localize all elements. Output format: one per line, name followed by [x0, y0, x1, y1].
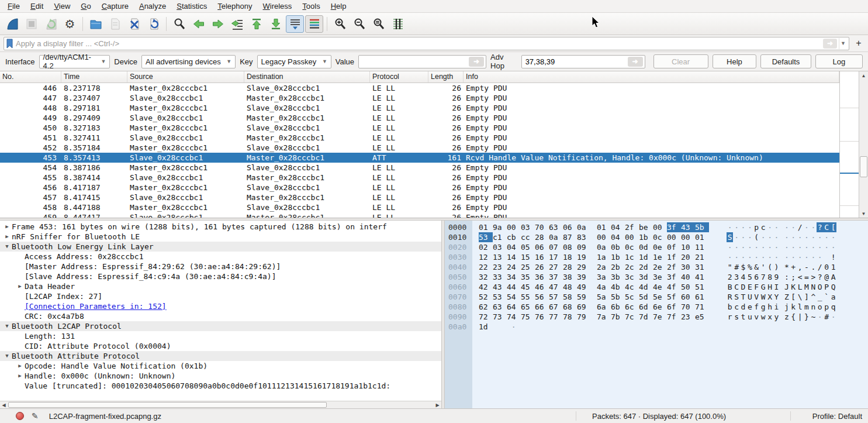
interface-select[interactable]: /dev/ttyACM1-4.2▼ — [39, 55, 110, 68]
display-filter-box[interactable]: ➜ ▼ — [4, 37, 849, 50]
packet-row[interactable]: 4538.357413Slave_0x28cccbc1Master_0x28cc… — [0, 153, 839, 163]
collapse-arrow-icon[interactable]: ▼ — [2, 321, 12, 331]
packet-list-scrollbar[interactable]: ▲ ▼ — [859, 71, 868, 218]
go-first-packet-button[interactable] — [247, 15, 265, 33]
column-header-info[interactable]: Info — [464, 71, 839, 82]
resize-columns-button[interactable] — [389, 15, 407, 33]
scroll-up-icon[interactable]: ▲ — [859, 71, 868, 80]
scroll-left-icon[interactable]: ◀ — [0, 401, 8, 408]
detail-line[interactable]: CRC: 0xc4a7b8 — [0, 311, 441, 321]
packet-row[interactable]: 4578.417415Slave_0x28cccbc1Master_0x28cc… — [0, 192, 839, 202]
profile-indicator[interactable]: Profile: Default — [812, 412, 862, 421]
hex-row[interactable]: 009072737475767778797a7b7c7d7e7f23e5rstu… — [445, 312, 868, 322]
menu-item-view[interactable]: View — [49, 1, 75, 12]
log-button[interactable]: Log — [815, 54, 863, 68]
apply-filter-button[interactable]: ➜ — [823, 39, 837, 49]
expand-arrow-icon[interactable]: ▶ — [15, 361, 25, 371]
packet-row[interactable]: 4548.387186Master_0x28cccbc1Slave_0x28cc… — [0, 163, 839, 173]
adv-hop-apply-button[interactable]: ➜ — [628, 57, 643, 67]
hex-row[interactable]: 003012131415161718191a1b1c1d1e1f2021····… — [445, 252, 868, 262]
menu-item-capture[interactable]: Capture — [96, 1, 134, 12]
scroll-down-icon[interactable]: ▼ — [859, 209, 868, 218]
detail-line[interactable]: ▶Frame 453: 161 bytes on wire (1288 bits… — [0, 222, 441, 232]
packet-row[interactable]: 4528.357184Master_0x28cccbc1Slave_0x28cc… — [0, 143, 839, 153]
details-horizontal-scrollbar[interactable]: ◀ ▶ — [0, 401, 441, 408]
add-filter-button[interactable]: + — [853, 38, 864, 49]
menu-item-file[interactable]: File — [2, 1, 25, 12]
zoom-out-button[interactable] — [350, 15, 368, 33]
detail-line[interactable]: CID: Attribute Protocol (0x0004) — [0, 341, 441, 351]
menu-item-statistics[interactable]: Statistics — [171, 1, 212, 12]
adv-hop-input[interactable] — [522, 57, 628, 66]
detail-line[interactable]: ▼Bluetooth Attribute Protocol — [0, 351, 441, 361]
value-input[interactable] — [359, 57, 469, 66]
expand-arrow-icon[interactable]: ▶ — [15, 281, 25, 291]
hex-row[interactable]: 001053c1cbcc280a87830004001b0c000001S···… — [445, 232, 868, 242]
packet-row[interactable]: 4598.447417Slave_0x28cccbc1Master_0x28cc… — [0, 212, 839, 218]
packet-row[interactable]: 4508.327183Master_0x28cccbc1Slave_0x28cc… — [0, 123, 839, 133]
scrollbar-thumb[interactable] — [8, 402, 327, 408]
start-capture-button[interactable] — [3, 15, 21, 33]
expand-arrow-icon[interactable]: ▶ — [2, 222, 12, 232]
hex-row[interactable]: 007052535455565758595a5b5c5d5e5f6061RSTU… — [445, 292, 868, 302]
detail-line[interactable]: ▶nRF Sniffer for Bluetooth LE — [0, 232, 441, 242]
menu-item-tools[interactable]: Tools — [297, 1, 325, 12]
go-forward-button[interactable] — [209, 15, 227, 33]
restart-capture-button[interactable] — [42, 15, 60, 33]
clear-button[interactable]: Clear — [653, 54, 708, 68]
packet-row[interactable]: 4518.327411Slave_0x28cccbc1Master_0x28cc… — [0, 133, 839, 143]
detail-line[interactable]: ▼Bluetooth L2CAP Protocol — [0, 321, 441, 331]
column-header-destination[interactable]: Destination — [244, 71, 370, 82]
auto-scroll-button[interactable] — [286, 15, 304, 33]
column-header-no[interactable]: No. — [0, 71, 61, 82]
open-file-button[interactable] — [87, 15, 105, 33]
capture-options-button[interactable]: ⚙ — [61, 15, 79, 33]
menu-item-analyze[interactable]: Analyze — [134, 1, 171, 12]
detail-line[interactable]: [L2CAP Index: 27] — [0, 291, 441, 301]
zoom-original-button[interactable] — [369, 15, 388, 33]
display-filter-input[interactable] — [13, 39, 823, 48]
detail-line[interactable]: ▶Data Header — [0, 281, 441, 291]
hex-row[interactable]: 008062636465666768696a6b6c6d6e6f7071bcde… — [445, 302, 868, 312]
colorize-packets-button[interactable] — [305, 15, 323, 33]
collapse-arrow-icon[interactable]: ▼ — [2, 242, 12, 252]
value-apply-button[interactable]: ➜ — [469, 57, 484, 67]
hex-row[interactable]: 005032333435363738393a3b3c3d3e3f40412345… — [445, 272, 868, 282]
packet-row[interactable]: 4588.447188Master_0x28cccbc1Slave_0x28cc… — [0, 202, 839, 212]
detail-line[interactable]: ▼Bluetooth Low Energy Link Layer — [0, 242, 441, 252]
hex-row[interactable]: 00a01d· — [445, 322, 868, 332]
menu-item-go[interactable]: Go — [75, 1, 96, 12]
filter-dropdown-caret[interactable]: ▼ — [839, 38, 847, 49]
close-file-button[interactable] — [125, 15, 143, 33]
go-last-packet-button[interactable] — [267, 15, 285, 33]
scrollbar-thumb[interactable] — [860, 156, 867, 177]
packet-row[interactable]: 4478.237407Slave_0x28cccbc1Master_0x28cc… — [0, 93, 839, 103]
save-file-button[interactable] — [106, 15, 124, 33]
reload-file-button[interactable] — [144, 15, 162, 33]
detail-line[interactable]: [Connection Parameters in: 152] — [0, 301, 441, 311]
device-select[interactable]: All advertising devices▼ — [141, 55, 236, 68]
packet-row[interactable]: 4568.417187Master_0x28cccbc1Slave_0x28cc… — [0, 183, 839, 192]
stop-capture-button[interactable] — [22, 15, 40, 33]
collapse-arrow-icon[interactable]: ▼ — [2, 351, 12, 361]
go-back-button[interactable] — [189, 15, 208, 33]
detail-line[interactable]: ▶Handle: 0x000c (Unknown: Unknown) — [0, 371, 441, 381]
hex-row[interactable]: 0000019a00037063060a01042fbe003f435b····… — [445, 222, 868, 232]
packet-row[interactable]: 4498.297409Slave_0x28cccbc1Master_0x28cc… — [0, 113, 839, 123]
detail-line[interactable]: ▶Opcode: Handle Value Notification (0x1b… — [0, 361, 441, 371]
packet-row[interactable]: 4468.237178Master_0x28cccbc1Slave_0x28cc… — [0, 83, 839, 93]
expert-info-icon[interactable] — [16, 412, 24, 420]
detail-line[interactable]: Value [truncated]: 000102030405060708090… — [0, 381, 441, 391]
hex-row[interactable]: 006042434445464748494a4b4c4d4e4f5051BCDE… — [445, 282, 868, 292]
find-packet-button[interactable] — [170, 15, 188, 33]
hex-row[interactable]: 002002030405060708090a0b0c0d0e0f1011····… — [445, 242, 868, 252]
detail-line[interactable]: Length: 131 — [0, 331, 441, 341]
hex-row[interactable]: 004022232425262728292a2b2c2d2e2f3031"#$%… — [445, 262, 868, 272]
packet-row[interactable]: 4558.387414Slave_0x28cccbc1Master_0x28cc… — [0, 173, 839, 183]
help-button[interactable]: Help — [713, 54, 757, 68]
expand-arrow-icon[interactable]: ▶ — [2, 232, 12, 242]
go-to-packet-button[interactable] — [228, 15, 246, 33]
column-header-time[interactable]: Time — [61, 71, 127, 82]
detail-line[interactable]: [Slave Address: Espressif_84:c9:4a (30:a… — [0, 271, 441, 281]
zoom-in-button[interactable] — [331, 15, 349, 33]
